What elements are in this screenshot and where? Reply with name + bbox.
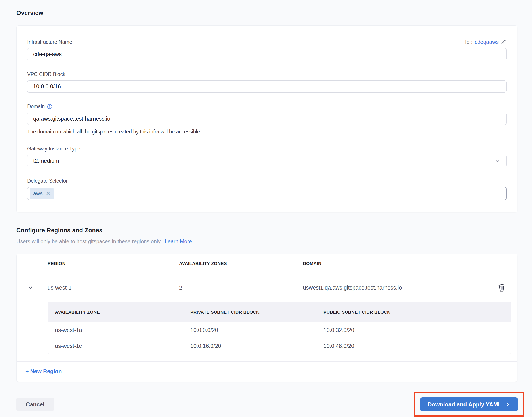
infra-id: Id : cdeqaaws xyxy=(465,39,507,45)
region-zones-count: 2 xyxy=(179,284,303,291)
regions-section-description: Users will only be able to host gitspace… xyxy=(16,238,517,244)
vpc-cidr-field: VPC CIDR Block xyxy=(27,71,507,93)
edit-pencil-icon[interactable] xyxy=(501,39,507,45)
regions-description-text: Users will only be able to host gitspace… xyxy=(16,238,162,244)
domain-field: Domain The domain on which all the gitsp… xyxy=(27,104,507,135)
region-name: us-west-1 xyxy=(48,284,179,291)
regions-table-footer: + New Region xyxy=(17,361,517,382)
public-subnet-column-header: PUBLIC SUBNET CIDR BLOCK xyxy=(324,310,511,315)
regions-section-title: Configure Regions and Zones xyxy=(16,227,517,234)
availability-zones-column-header: AVAILABILITY ZONES xyxy=(179,261,303,266)
id-label: Id : xyxy=(465,39,473,45)
availability-zone-column-header: AVAILABILITY ZONE xyxy=(55,310,190,315)
regions-table-card: REGION AVAILABILITY ZONES DOMAIN us-west… xyxy=(16,254,517,382)
infrastructure-name-input[interactable] xyxy=(27,48,507,60)
vpc-cidr-label: VPC CIDR Block xyxy=(27,71,65,77)
zone-row: us-west-1a 10.0.0.0/20 10.0.32.0/20 xyxy=(48,322,511,338)
gateway-instance-type-label: Gateway Instance Type xyxy=(27,146,80,152)
zones-table-header: AVAILABILITY ZONE PRIVATE SUBNET CIDR BL… xyxy=(48,302,511,322)
chevron-down-icon xyxy=(494,158,501,164)
domain-column-header: DOMAIN xyxy=(303,261,486,266)
overview-title: Overview xyxy=(16,10,517,17)
download-and-apply-yaml-button[interactable]: Download and Apply YAML xyxy=(420,397,518,411)
delegate-selector-field: Delegate Selector aws ✕ xyxy=(27,178,507,200)
regions-table-header: REGION AVAILABILITY ZONES DOMAIN xyxy=(17,254,517,273)
zone-private-cidr: 10.0.16.0/20 xyxy=(190,343,324,349)
domain-input[interactable] xyxy=(27,113,507,125)
region-domain: uswest1.qa.aws.gitspace.test.harness.io xyxy=(303,284,486,291)
zones-table: AVAILABILITY ZONE PRIVATE SUBNET CIDR BL… xyxy=(48,302,511,354)
download-and-apply-yaml-label: Download and Apply YAML xyxy=(428,401,501,408)
zone-name: us-west-1a xyxy=(55,327,190,333)
zone-name: us-west-1c xyxy=(55,343,190,349)
infrastructure-name-field: Infrastructure Name Id : cdeqaaws xyxy=(27,39,507,60)
vpc-cidr-input[interactable] xyxy=(27,80,507,93)
gateway-instance-type-value: t2.medium xyxy=(33,158,59,164)
zone-private-cidr: 10.0.0.0/20 xyxy=(190,327,324,333)
infra-config-page: Overview Infrastructure Name Id : cdeqaa… xyxy=(0,0,532,417)
overview-card: Infrastructure Name Id : cdeqaaws VPC CI… xyxy=(16,25,517,212)
learn-more-link[interactable]: Learn More xyxy=(165,238,192,244)
delegate-selector-label: Delegate Selector xyxy=(27,178,68,184)
domain-helper-text: The domain on which all the gitspaces cr… xyxy=(27,129,507,135)
zones-table-container: AVAILABILITY ZONE PRIVATE SUBNET CIDR BL… xyxy=(17,302,517,354)
region-column-header: REGION xyxy=(48,261,179,266)
chevron-right-icon xyxy=(505,402,510,407)
delegate-selector-input[interactable]: aws ✕ xyxy=(27,187,507,200)
domain-label: Domain xyxy=(27,104,45,110)
new-region-button[interactable]: + New Region xyxy=(25,368,62,374)
zone-row: us-west-1c 10.0.16.0/20 10.0.48.0/20 xyxy=(48,338,511,354)
info-icon[interactable] xyxy=(47,104,52,109)
zone-public-cidr: 10.0.48.0/20 xyxy=(324,343,511,349)
remove-tag-icon[interactable]: ✕ xyxy=(46,191,51,196)
private-subnet-column-header: PRIVATE SUBNET CIDR BLOCK xyxy=(190,310,324,315)
zone-public-cidr: 10.0.32.0/20 xyxy=(324,327,511,333)
footer-actions: Cancel Download and Apply YAML xyxy=(16,392,517,417)
infrastructure-name-label: Infrastructure Name xyxy=(27,39,72,45)
annotation-highlight-box: Download and Apply YAML xyxy=(414,392,524,417)
delete-region-icon[interactable] xyxy=(498,283,505,292)
region-row: us-west-1 2 uswest1.qa.aws.gitspace.test… xyxy=(17,273,517,302)
collapse-region-icon[interactable] xyxy=(26,283,35,292)
gateway-instance-type-field: Gateway Instance Type t2.medium xyxy=(27,146,507,167)
delegate-tag-label: aws xyxy=(33,190,43,197)
delegate-tag: aws ✕ xyxy=(30,188,54,199)
cancel-button[interactable]: Cancel xyxy=(16,397,54,411)
id-value-link[interactable]: cdeqaaws xyxy=(475,39,499,45)
gateway-instance-type-select[interactable]: t2.medium xyxy=(27,155,507,167)
